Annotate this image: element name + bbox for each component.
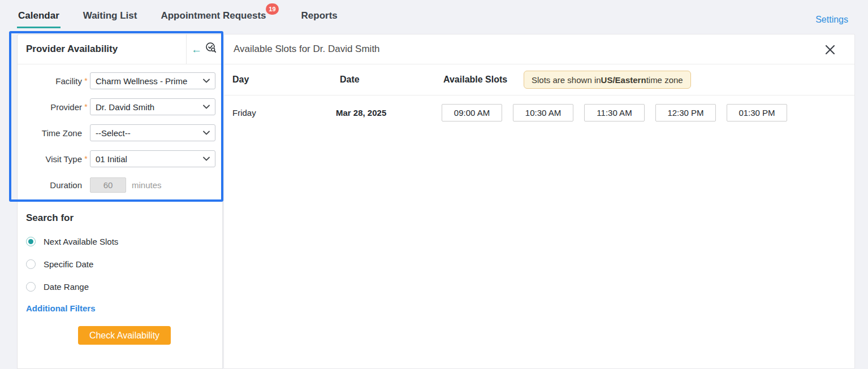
tab-waiting-list[interactable]: Waiting List <box>82 2 139 29</box>
collapse-availability-search-button[interactable]: ← <box>186 34 222 64</box>
timezone-note-prefix: Slots are shown in <box>532 75 601 85</box>
slot-button-0130pm[interactable]: 01:30 PM <box>727 104 787 121</box>
radio-button-icon <box>26 282 36 292</box>
facility-row: Facility * Charm Wellness - Prime <box>25 72 215 89</box>
radio-next-available-slots[interactable]: Next Available Slots <box>26 237 214 246</box>
radio-specific-date[interactable]: Specific Date <box>26 259 214 269</box>
slot-buttons-group: 09:00 AM 10:30 AM 11:30 AM 12:30 PM 01:3… <box>442 104 787 121</box>
panel-title: Provider Availability <box>26 44 118 55</box>
chevron-down-icon <box>203 157 210 161</box>
timezone-note-badge: Slots are shown in US/Eastern time zone <box>524 71 691 89</box>
provider-value: Dr. David Smith <box>96 102 154 112</box>
duration-label: Duration <box>25 180 82 190</box>
appointment-requests-count-badge: 19 <box>266 3 278 15</box>
tab-appointment-requests-label: Appointment Requests <box>161 10 266 21</box>
available-slots-header: Available Slots for Dr. David Smith <box>224 34 854 64</box>
time-zone-row: Time Zone --Select-- <box>25 124 215 141</box>
row-date-value: Mar 28, 2025 <box>336 108 386 118</box>
facility-select[interactable]: Charm Wellness - Prime <box>90 72 215 89</box>
facility-label: Facility <box>25 76 82 86</box>
chevron-down-icon <box>203 105 210 109</box>
provider-label: Provider <box>25 102 82 112</box>
provider-availability-header: Provider Availability ← <box>18 34 222 64</box>
radio-button-icon <box>26 237 36 246</box>
radio-button-icon <box>26 259 36 269</box>
duration-input <box>90 177 126 193</box>
available-slots-title: Available Slots for Dr. David Smith <box>234 44 380 55</box>
chevron-down-icon <box>203 79 210 83</box>
slot-button-1130am[interactable]: 11:30 AM <box>584 104 645 121</box>
back-arrow-icon: ← <box>191 44 202 55</box>
column-header-day: Day <box>232 75 249 85</box>
timezone-note-suffix: time zone <box>646 75 683 85</box>
provider-required-marker: * <box>82 102 90 111</box>
timezone-note-zone: US/Eastern <box>601 75 646 85</box>
tab-calendar[interactable]: Calendar <box>17 2 61 29</box>
radio-date-range[interactable]: Date Range <box>26 282 214 292</box>
provider-select[interactable]: Dr. David Smith <box>90 98 215 115</box>
facility-value: Charm Wellness - Prime <box>96 76 187 86</box>
radio-label: Next Available Slots <box>44 237 118 246</box>
time-zone-value: --Select-- <box>96 128 131 138</box>
time-zone-label: Time Zone <box>25 128 82 138</box>
slot-button-1230pm[interactable]: 12:30 PM <box>655 104 716 121</box>
radio-label: Specific Date <box>44 259 93 269</box>
visit-type-label: Visit Type <box>25 154 82 164</box>
close-button[interactable] <box>823 42 837 57</box>
column-header-date: Date <box>340 75 360 85</box>
provider-availability-panel: Provider Availability ← Facility <box>17 34 223 369</box>
visit-type-row: Visit Type * 01 Initial <box>25 150 215 167</box>
visit-type-select[interactable]: 01 Initial <box>90 150 215 167</box>
provider-row: Provider * Dr. David Smith <box>25 98 215 115</box>
availability-search-icon <box>204 41 218 57</box>
search-for-heading: Search for <box>26 212 214 224</box>
duration-row: Duration minutes <box>25 176 215 193</box>
app-window: Calendar Waiting List Appointment Reques… <box>0 0 868 369</box>
visit-type-required-marker: * <box>82 154 90 163</box>
slot-button-1030am[interactable]: 10:30 AM <box>513 104 573 121</box>
available-slots-panel: Available Slots for Dr. David Smith Day … <box>223 34 855 369</box>
availability-form: Facility * Charm Wellness - Prime Provid… <box>18 64 222 203</box>
tab-reports[interactable]: Reports <box>300 2 339 29</box>
search-for-section: Search for Next Available Slots Specific… <box>18 203 222 292</box>
slots-table-header-row: Day Date Available Slots Slots are shown… <box>224 64 854 95</box>
slot-button-0900am[interactable]: 09:00 AM <box>442 104 502 121</box>
chevron-down-icon <box>203 131 210 135</box>
close-icon <box>824 44 836 55</box>
radio-label: Date Range <box>44 282 89 292</box>
check-availability-button[interactable]: Check Availability <box>78 326 171 345</box>
tab-appointment-requests[interactable]: Appointment Requests 19 <box>159 2 267 29</box>
visit-type-value: 01 Initial <box>96 154 127 164</box>
column-header-available-slots: Available Slots <box>443 75 507 85</box>
duration-unit-label: minutes <box>132 180 162 190</box>
slots-table-row: Friday Mar 28, 2025 09:00 AM 10:30 AM 11… <box>224 95 854 131</box>
top-navigation: Calendar Waiting List Appointment Reques… <box>0 0 868 31</box>
settings-link[interactable]: Settings <box>815 15 848 25</box>
additional-filters-link[interactable]: Additional Filters <box>26 303 96 313</box>
row-day-value: Friday <box>232 108 256 118</box>
facility-required-marker: * <box>82 76 90 85</box>
time-zone-select[interactable]: --Select-- <box>90 124 215 141</box>
